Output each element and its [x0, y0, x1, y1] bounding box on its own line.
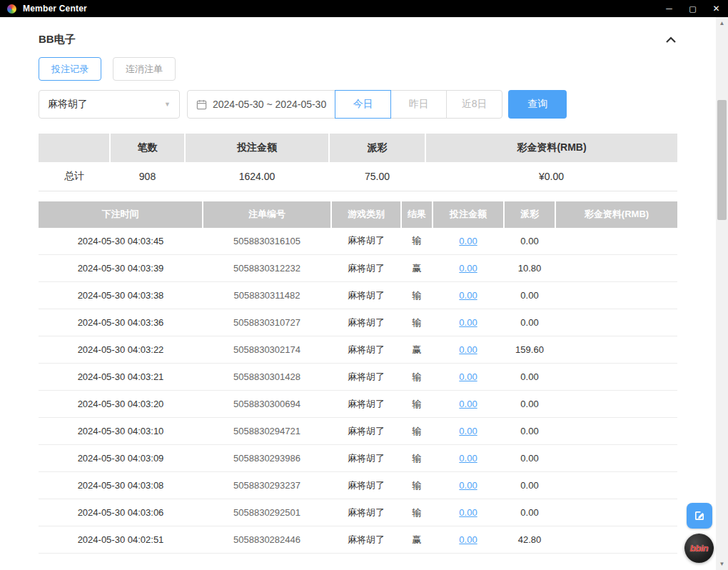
summary-total-row: 总计 908 1624.00 75.00 ¥0.00	[39, 162, 677, 191]
game-type-cell: 麻将胡了	[331, 418, 401, 445]
bet-time-cell: 2024-05-30 04:03:08	[39, 472, 203, 499]
payout-cell: 42.80	[504, 526, 555, 554]
table-row: 2024-05-30 04:03:215058830301428麻将胡了输0.0…	[39, 364, 677, 391]
summary-header-payout: 派彩	[329, 134, 425, 162]
scroll-down-button[interactable]: ▼	[716, 558, 728, 570]
bet-time-cell: 2024-05-30 04:03:06	[39, 499, 203, 526]
bet-amount-link[interactable]: 0.00	[459, 344, 477, 355]
close-button[interactable]: ✕	[704, 0, 728, 17]
order-number-cell: 5058830282446	[203, 526, 331, 554]
bonus-cell	[555, 364, 677, 391]
collapse-chevron-icon[interactable]	[664, 35, 677, 45]
date-range-input[interactable]: 2024-05-30 ~ 2024-05-30	[187, 90, 335, 119]
quick-filter-today[interactable]: 今日	[335, 90, 391, 119]
payout-cell: 0.00	[504, 445, 555, 472]
result-cell: 赢	[401, 526, 433, 554]
bet-amount-cell: 0.00	[433, 418, 504, 445]
tab-cancelled-orders[interactable]: 连消注单	[113, 57, 176, 81]
bet-amount-cell: 0.00	[433, 391, 504, 418]
record-tabs: 投注记录 连消注单	[39, 57, 677, 81]
game-type-cell: 麻将胡了	[331, 391, 401, 418]
order-number-cell: 5058830302174	[203, 336, 331, 364]
bet-amount-link[interactable]: 0.00	[459, 263, 477, 274]
bet-amount-link[interactable]: 0.00	[459, 399, 477, 409]
result-cell: 输	[401, 418, 433, 445]
payout-cell: 0.00	[504, 418, 555, 445]
result-cell: 输	[401, 472, 433, 499]
bet-amount-link[interactable]: 0.00	[459, 426, 477, 436]
game-type-cell: 麻将胡了	[331, 499, 401, 526]
game-type-cell: 麻将胡了	[331, 472, 401, 499]
order-number-cell: 5058830292501	[203, 499, 331, 526]
bet-amount-cell: 0.00	[433, 364, 504, 391]
window-titlebar: Member Center ─ ▢ ✕	[0, 0, 728, 17]
bet-amount-link[interactable]: 0.00	[459, 534, 477, 545]
scrollbar[interactable]: ▲ ▼	[716, 17, 728, 570]
result-cell: 赢	[401, 255, 433, 282]
minimize-button[interactable]: ─	[657, 0, 681, 17]
header-bet-amount: 投注金额	[433, 201, 504, 228]
result-cell: 输	[401, 391, 433, 418]
bbin-logo-text: bbin	[690, 543, 708, 554]
bet-amount-link[interactable]: 0.00	[459, 480, 477, 491]
bet-time-cell: 2024-05-30 04:03:22	[39, 336, 203, 364]
bet-amount-cell: 0.00	[433, 309, 504, 336]
bonus-cell	[555, 526, 677, 554]
bet-time-cell: 2024-05-30 04:03:45	[39, 228, 203, 255]
order-number-cell: 5058830300694	[203, 391, 331, 418]
bet-time-cell: 2024-05-30 04:03:36	[39, 309, 203, 336]
bet-time-cell: 2024-05-30 04:03:38	[39, 282, 203, 309]
bet-time-cell: 2024-05-30 04:03:10	[39, 418, 203, 445]
order-number-cell: 5058830301428	[203, 364, 331, 391]
result-cell: 输	[401, 282, 433, 309]
payout-cell: 159.60	[504, 336, 555, 364]
bonus-cell	[555, 499, 677, 526]
tab-bet-records[interactable]: 投注记录	[39, 57, 101, 81]
bet-amount-link[interactable]: 0.00	[459, 507, 477, 518]
header-bet-time: 下注时间	[39, 201, 203, 228]
bet-amount-link[interactable]: 0.00	[459, 453, 477, 464]
order-number-cell: 5058830311482	[203, 282, 331, 309]
payout-cell: 0.00	[504, 472, 555, 499]
table-row: 2024-05-30 04:03:105058830294721麻将胡了输0.0…	[39, 418, 677, 445]
bet-amount-cell: 0.00	[433, 472, 504, 499]
summary-header-count: 笔数	[110, 134, 185, 162]
scrollbar-thumb[interactable]	[717, 100, 727, 220]
bonus-cell	[555, 418, 677, 445]
bet-amount-cell: 0.00	[433, 499, 504, 526]
bbin-logo-button[interactable]: bbin	[684, 534, 714, 563]
bet-amount-link[interactable]: 0.00	[459, 317, 477, 328]
game-select[interactable]: 麻将胡了 ▼	[39, 90, 180, 119]
summary-table: 笔数 投注金额 派彩 彩金资料(RMB) 总计 908 1624.00 75.0…	[39, 134, 677, 191]
scroll-up-button[interactable]: ▲	[716, 17, 728, 29]
bet-time-cell: 2024-05-30 04:03:09	[39, 445, 203, 472]
bet-amount-link[interactable]: 0.00	[459, 236, 477, 246]
summary-header-blank	[39, 134, 110, 162]
result-cell: 输	[401, 228, 433, 255]
game-type-cell: 麻将胡了	[331, 255, 401, 282]
bet-amount-cell: 0.00	[433, 336, 504, 364]
maximize-button[interactable]: ▢	[681, 0, 704, 17]
game-type-cell: 麻将胡了	[331, 282, 401, 309]
summary-total-count: 908	[110, 162, 185, 191]
quick-filter-last8days[interactable]: 近8日	[446, 90, 502, 119]
payout-cell: 0.00	[504, 391, 555, 418]
search-button[interactable]: 查询	[508, 90, 567, 119]
order-number-cell: 5058830294721	[203, 418, 331, 445]
order-number-cell: 5058830316105	[203, 228, 331, 255]
order-number-cell: 5058830312232	[203, 255, 331, 282]
bet-time-cell: 2024-05-30 04:03:39	[39, 255, 203, 282]
bet-amount-link[interactable]: 0.00	[459, 371, 477, 382]
feedback-edit-button[interactable]	[687, 503, 712, 529]
header-bonus: 彩金资料(RMB)	[555, 201, 677, 228]
bet-amount-link[interactable]: 0.00	[459, 290, 477, 301]
game-select-value: 麻将胡了	[48, 98, 88, 111]
records-table: 下注时间 注单编号 游戏类别 结果 投注金额 派彩 彩金资料(RMB) 2024…	[39, 201, 677, 554]
section-title: BB电子	[39, 33, 76, 46]
bet-amount-cell: 0.00	[433, 526, 504, 554]
quick-filter-yesterday[interactable]: 昨日	[390, 90, 447, 119]
payout-cell: 0.00	[504, 309, 555, 336]
payout-cell: 0.00	[504, 228, 555, 255]
result-cell: 输	[401, 364, 433, 391]
records-table-body: 2024-05-30 04:03:455058830316105麻将胡了输0.0…	[39, 228, 677, 554]
